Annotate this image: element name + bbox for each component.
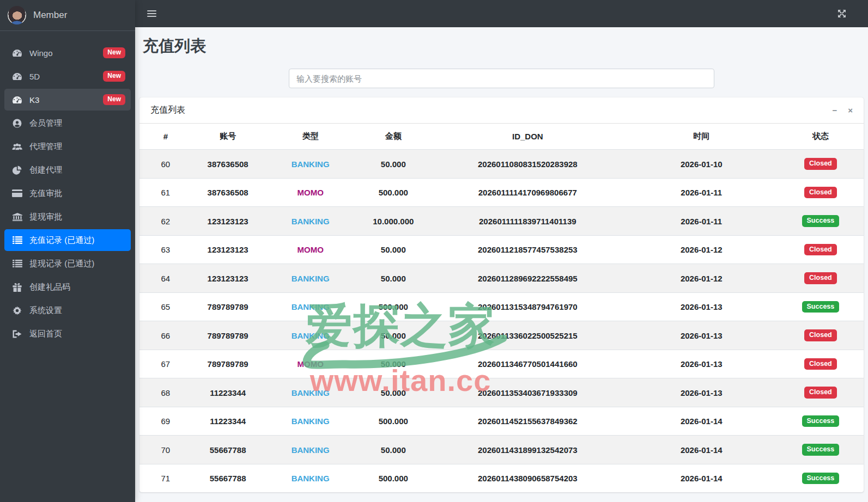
cell-time: 2026-01-13	[626, 321, 778, 350]
table-row: 7055667788BANKING50.00020260114318991325…	[139, 436, 864, 464]
cell-time: 2026-01-10	[626, 150, 778, 179]
cell-id-don: 2026011218577457538253	[430, 235, 626, 264]
cell-time: 2026-01-13	[626, 292, 778, 321]
table-row: 63123123123MOMO50.0002026011218577457538…	[139, 235, 864, 264]
sidebar-item-withdraw-approval[interactable]: 提现审批	[4, 206, 131, 228]
tachometer-icon	[11, 49, 23, 57]
sidebar-item-back-to-home[interactable]: 返回首页	[4, 323, 131, 345]
cell-status: Closed	[778, 150, 864, 179]
card-tools: − ×	[821, 106, 853, 114]
cell-status: Closed	[778, 178, 864, 207]
status-badge: Closed	[804, 244, 837, 256]
sidebar-item-label: 系统设置	[29, 305, 62, 316]
cell-status: Closed	[778, 235, 864, 264]
table-row: 61387636508MOMO500.000202601111417096980…	[139, 178, 864, 207]
sidebar-item-member-management[interactable]: 会员管理	[4, 112, 131, 134]
logout-icon	[11, 330, 23, 338]
menu-icon[interactable]	[147, 9, 156, 18]
cell-account: 55667788	[192, 464, 264, 492]
cell-id-don: 2026011111839711401139	[430, 207, 626, 236]
minimize-icon[interactable]: −	[832, 106, 837, 114]
column-header: #	[139, 124, 192, 150]
sidebar-item-k3[interactable]: K3New	[4, 89, 131, 111]
sidebar-item-system-settings[interactable]: 系统设置	[4, 299, 131, 321]
content-area: 充值列表 充值列表 − × #账号类型金额ID_DON时间状态 6	[135, 27, 868, 502]
sidebar-item-wingo[interactable]: WingoNew	[4, 42, 131, 64]
cell-id-don: 2026011452155637849362	[430, 407, 626, 436]
cell-id-don: 2026011114170969806677	[430, 178, 626, 207]
cell-id-don: 2026011315348794761970	[430, 292, 626, 321]
status-badge: Success	[802, 215, 840, 227]
list-icon	[11, 236, 23, 244]
brand-label: Member	[33, 10, 67, 21]
cell-time: 2026-01-12	[626, 235, 778, 264]
cell-index: 69	[139, 407, 192, 436]
sidebar-item-label: 创建代理	[29, 165, 62, 175]
close-icon[interactable]: ×	[848, 106, 853, 114]
table-row: 65789789789BANKING500.000202601131534879…	[139, 292, 864, 321]
cell-account: 11223344	[192, 378, 264, 407]
sidebar-item-5d[interactable]: 5DNew	[4, 65, 131, 87]
cell-id-don: 2026011289692222558495	[430, 264, 626, 293]
users-icon	[11, 143, 23, 151]
cell-index: 70	[139, 436, 192, 464]
cell-account: 387636508	[192, 178, 264, 207]
new-badge: New	[103, 94, 125, 105]
sidebar: Member WingoNew5DNewK3New会员管理代理管理创建代理充值审…	[0, 0, 135, 502]
column-header: ID_DON	[430, 124, 626, 150]
sidebar-item-create-agent[interactable]: 创建代理	[4, 159, 131, 181]
cell-amount: 50.000	[357, 150, 430, 179]
sidebar-item-label: 创建礼品码	[29, 282, 70, 292]
cell-amount: 50.000	[357, 321, 430, 350]
table-row: 60387636508BANKING50.0002026011080831520…	[139, 150, 864, 179]
sidebar-item-withdraw-records[interactable]: 提现记录 (已通过)	[4, 253, 131, 274]
cell-account: 123123123	[192, 207, 264, 236]
main-area: 充值列表 充值列表 − × #账号类型金额ID_DON时间状态 6	[135, 0, 868, 502]
cell-amount: 500.000	[357, 464, 430, 492]
cell-account: 11223344	[192, 407, 264, 436]
cell-index: 68	[139, 378, 192, 407]
page-title: 充值列表	[143, 37, 868, 55]
status-badge: Success	[802, 444, 840, 456]
cell-amount: 500.000	[357, 178, 430, 207]
cell-type: BANKING	[264, 464, 357, 492]
sidebar-item-label: 代理管理	[29, 142, 62, 152]
new-badge: New	[103, 47, 125, 58]
topbar	[135, 0, 868, 27]
cell-index: 67	[139, 350, 192, 378]
cell-index: 60	[139, 150, 192, 179]
credit-card-icon	[11, 189, 23, 197]
column-header: 类型	[264, 124, 357, 150]
fullscreen-icon[interactable]	[837, 9, 846, 18]
status-badge: Closed	[804, 158, 837, 170]
cell-id-don: 2026011346770501441660	[430, 350, 626, 378]
column-header: 金额	[357, 124, 430, 150]
cell-amount: 50.000	[357, 378, 430, 407]
sidebar-item-label: 5D	[29, 72, 40, 81]
card-title: 充值列表	[150, 105, 185, 116]
sidebar-item-recharge-records[interactable]: 充值记录 (已通过)	[4, 229, 131, 251]
card-header: 充值列表 − ×	[139, 97, 864, 124]
tachometer-icon	[11, 72, 23, 81]
sidebar-item-recharge-approval[interactable]: 充值审批	[4, 182, 131, 204]
column-header: 账号	[192, 124, 264, 150]
search-input[interactable]	[289, 69, 714, 88]
cell-time: 2026-01-12	[626, 264, 778, 293]
column-header: 状态	[778, 124, 864, 150]
cell-index: 64	[139, 264, 192, 293]
sidebar-item-create-gift-code[interactable]: 创建礼品码	[4, 276, 131, 298]
sidebar-item-label: 充值记录 (已通过)	[29, 235, 94, 246]
cell-status: Closed	[778, 378, 864, 407]
sidebar-item-agent-management[interactable]: 代理管理	[4, 136, 131, 157]
table-row: 7155667788BANKING500.0002026011438090658…	[139, 464, 864, 492]
cell-amount: 500.000	[357, 407, 430, 436]
cell-type: MOMO	[264, 178, 357, 207]
gear-icon	[11, 306, 23, 315]
cell-status: Success	[778, 407, 864, 436]
cell-index: 71	[139, 464, 192, 492]
cell-index: 62	[139, 207, 192, 236]
cell-account: 123123123	[192, 264, 264, 293]
sidebar-brand[interactable]: Member	[0, 0, 135, 31]
sidebar-item-label: 返回首页	[29, 329, 62, 339]
cell-time: 2026-01-13	[626, 378, 778, 407]
